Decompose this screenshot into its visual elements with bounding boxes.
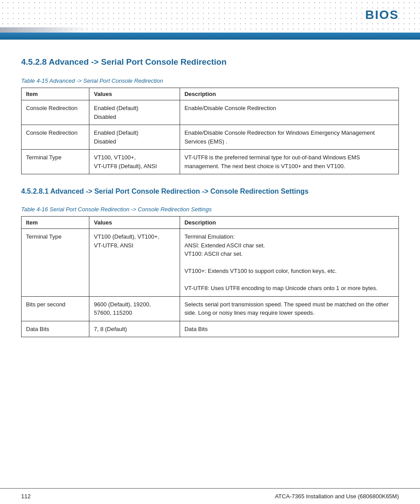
- table2-row-description: Data Bits: [180, 321, 398, 337]
- table1-row-description: Enable/Disable Console Redirection for W…: [180, 125, 398, 150]
- table2-row-values: 9600 (Default), 19200, 57600, 115200: [89, 296, 180, 321]
- page-header: BIOS: [0, 0, 420, 40]
- table1-caption: Table 4-15 Advanced -> Serial Port Conso…: [21, 77, 399, 84]
- table1-row-item: Console Redirection: [22, 100, 89, 125]
- table1-col-item: Item: [22, 88, 89, 100]
- page-content: 4.5.2.8 Advanced -> Serial Port Console …: [0, 40, 420, 365]
- table2: Item Values Description Terminal TypeVT1…: [21, 216, 399, 337]
- bios-title: BIOS: [365, 8, 399, 22]
- table2-row-description: Terminal Emulation: ANSI: Extended ASCII…: [180, 229, 398, 297]
- table2-row-item: Terminal Type: [22, 229, 89, 297]
- table-row: Bits per second9600 (Default), 19200, 57…: [22, 296, 399, 321]
- table2-row-item: Bits per second: [22, 296, 89, 321]
- footer-doc-reference: ATCA-7365 Installation and Use (6806800K…: [275, 493, 399, 500]
- table-row: Console RedirectionEnabled (Default) Dis…: [22, 100, 399, 125]
- table-row: Data Bits7, 8 (Default)Data Bits: [22, 321, 399, 337]
- table2-row-description: Selects serial port transmission speed. …: [180, 296, 398, 321]
- table1-row-values: Enabled (Default) Disabled: [89, 125, 180, 150]
- table-row: Terminal TypeVT100, VT100+, VT-UTF8 (Def…: [22, 150, 399, 174]
- table2-row-values: 7, 8 (Default): [89, 321, 180, 337]
- table1-row-description: VT-UTF8 is the preferred terminal type f…: [180, 150, 398, 174]
- gray-wave-decoration: [0, 27, 88, 33]
- section1-heading: 4.5.2.8 Advanced -> Serial Port Console …: [21, 57, 399, 67]
- table1-row-item: Console Redirection: [22, 125, 89, 150]
- table1-row-values: VT100, VT100+, VT-UTF8 (Default), ANSI: [89, 150, 180, 174]
- blue-bar-decoration: [0, 33, 420, 40]
- page-footer: 112 ATCA-7365 Installation and Use (6806…: [0, 488, 420, 504]
- footer-page-number: 112: [21, 493, 31, 500]
- table2-col-description: Description: [180, 217, 398, 229]
- table-row: Console RedirectionEnabled (Default) Dis…: [22, 125, 399, 150]
- table1-row-item: Terminal Type: [22, 150, 89, 174]
- table1-col-values: Values: [89, 88, 180, 100]
- section2-heading: 4.5.2.8.1 Advanced -> Serial Port Consol…: [21, 188, 399, 195]
- table1: Item Values Description Console Redirect…: [21, 88, 399, 174]
- table2-caption: Table 4-16 Serial Port Console Redirecti…: [21, 206, 399, 213]
- table1-row-values: Enabled (Default) Disabled: [89, 100, 180, 125]
- table1-row-description: Enable/Disable Console Redirection: [180, 100, 398, 125]
- table2-col-values: Values: [89, 217, 180, 229]
- table2-row-values: VT100 (Default), VT100+, VT-UTF8, ANSI: [89, 229, 180, 297]
- table2-col-item: Item: [22, 217, 89, 229]
- table-row: Terminal TypeVT100 (Default), VT100+, VT…: [22, 229, 399, 297]
- table1-col-description: Description: [180, 88, 398, 100]
- table2-row-item: Data Bits: [22, 321, 89, 337]
